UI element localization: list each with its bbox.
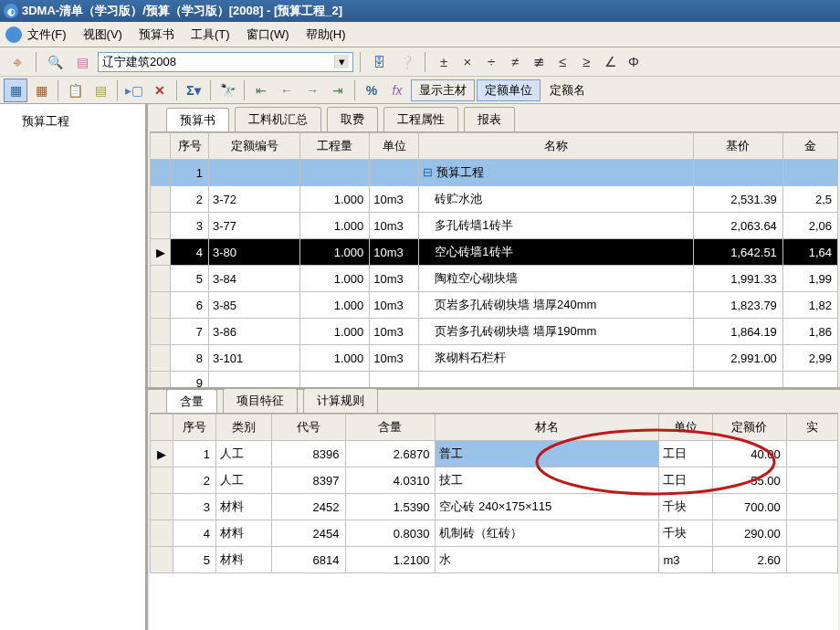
menu-view[interactable]: 视图(V) [83, 26, 122, 43]
menu-help[interactable]: 帮助(H) [306, 26, 346, 43]
titlebar: ◐ 3DMA-清单（学习版）/预算（学习版）[2008] - [预算工程_2] [0, 0, 840, 22]
col2-seq[interactable]: 序号 [173, 415, 215, 441]
math-op[interactable]: ≠ [503, 50, 527, 74]
col-amount[interactable]: 金 [782, 133, 837, 160]
math-op[interactable]: Φ [622, 50, 646, 74]
tree-root-label: 预算工程 [22, 114, 69, 128]
sigma-icon[interactable]: Σ▾ [182, 79, 205, 102]
zoom-icon[interactable]: 🔍 [43, 50, 67, 74]
table-row[interactable]: 33-771.00010m3 多孔砖墙1砖半2,063.642,06 [151, 213, 838, 239]
next-icon[interactable]: → [300, 79, 324, 102]
sub-tab[interactable]: 项目特征 [223, 388, 298, 413]
show-main-button[interactable]: 显示主材 [411, 79, 475, 101]
norm-combo[interactable]: 辽宁建筑2008 ▾ [98, 52, 353, 72]
math-op[interactable]: ÷ [479, 50, 503, 74]
view1-icon[interactable]: ▦ [4, 79, 27, 102]
col2-name[interactable]: 材名 [436, 415, 659, 441]
table-row[interactable]: 2人工83974.0310技工工日55.00 [151, 467, 838, 494]
col2-unit[interactable]: 单位 [659, 415, 712, 441]
math-op[interactable]: ≥ [574, 50, 598, 74]
table-row[interactable]: 63-851.00010m3 页岩多孔砖砌块墙 墙厚240mm1,823.791… [151, 292, 838, 319]
col2-cat[interactable]: 类别 [215, 415, 271, 441]
toolbar-main: ⎆ 🔍 ▤ 辽宁建筑2008 ▾ 🗄 ❔ ±×÷≠≢≤≥∠Φ [0, 47, 840, 77]
col-qty[interactable]: 工程量 [300, 133, 370, 160]
main-tabs: 预算书工料机汇总取费工程属性报表 [148, 104, 840, 131]
math-op[interactable]: ± [432, 50, 456, 74]
col2-qty[interactable]: 含量 [345, 415, 436, 441]
table-row[interactable]: 1⊟ 预算工程 [151, 160, 838, 186]
col2-code[interactable]: 代号 [271, 415, 345, 441]
col2-rowhdr [151, 415, 173, 441]
find-icon[interactable]: 🔭 [215, 79, 239, 102]
doc-icon[interactable]: ▤ [70, 50, 94, 74]
sheet-icon[interactable]: ▤ [89, 79, 112, 102]
col-base[interactable]: 基价 [693, 133, 782, 160]
main-grid-wrap: 序号 定额编号 工程量 单位 名称 基价 金 1⊟ 预算工程23-721.000… [150, 131, 838, 387]
tree-root[interactable]: 预算工程 [4, 111, 142, 131]
table-row[interactable]: 3材料24521.5390空心砖 240×175×115千块700.00 [151, 494, 838, 520]
math-operators: ±×÷≠≢≤≥∠Φ [432, 50, 646, 74]
main-tab[interactable]: 预算书 [166, 108, 229, 132]
fx-icon[interactable]: fx [385, 79, 409, 102]
delete-icon[interactable]: ✕ [148, 79, 172, 102]
first-icon[interactable]: ⇤ [249, 79, 273, 102]
math-op[interactable]: ≢ [527, 50, 551, 74]
sub-grid[interactable]: 序号 类别 代号 含量 材名 单位 定额价 实 ▶1人工83962.6870普工… [150, 414, 838, 573]
table-row[interactable]: ▶43-801.00010m3 空心砖墙1砖半1,642.511,64 [151, 239, 838, 266]
app-icon: ◐ [4, 4, 18, 18]
math-op[interactable]: × [456, 50, 479, 74]
col-rowhdr [151, 133, 171, 160]
insert-icon[interactable]: ▸▢ [122, 79, 146, 102]
sub-tab[interactable]: 计算规则 [303, 388, 378, 413]
sidebar: 预算工程 [0, 104, 148, 630]
math-op[interactable]: ∠ [598, 50, 622, 74]
col-unit[interactable]: 单位 [370, 133, 419, 160]
main-tab[interactable]: 报表 [464, 107, 515, 131]
col2-actual[interactable]: 实 [786, 415, 837, 441]
view2-icon[interactable]: ▦ [29, 79, 53, 102]
last-icon[interactable]: ⇥ [326, 79, 350, 102]
table-row[interactable]: 9 [151, 372, 838, 388]
toolbar-secondary: ▦ ▦ 📋 ▤ ▸▢ ✕ Σ▾ 🔭 ⇤ ← → ⇥ % fx 显示主材 定额单位… [0, 77, 840, 104]
combo-value: 辽宁建筑2008 [102, 54, 334, 70]
percent-icon[interactable]: % [360, 79, 383, 102]
db-icon[interactable]: 🗄 [367, 50, 391, 74]
table-row[interactable]: ▶1人工83962.6870普工工日40.00 [151, 441, 838, 467]
menu-file[interactable]: 文件(F) [27, 26, 67, 43]
menu-icon [5, 26, 22, 43]
exit-icon[interactable]: ⎆ [5, 50, 29, 74]
menu-window[interactable]: 窗口(W) [247, 26, 289, 43]
table-row[interactable]: 53-841.00010m3 陶粒空心砌块墙1,991.331,99 [151, 266, 838, 292]
menubar: 文件(F) 视图(V) 预算书 工具(T) 窗口(W) 帮助(H) [0, 22, 840, 47]
table-row[interactable]: 4材料24540.8030机制砖（红砖）千块290.00 [151, 520, 838, 547]
chevron-down-icon[interactable]: ▾ [334, 55, 349, 68]
tree-icon[interactable]: 📋 [63, 79, 87, 102]
table-row[interactable]: 5材料68141.2100水m32.60 [151, 547, 838, 573]
main-grid[interactable]: 序号 定额编号 工程量 单位 名称 基价 金 1⊟ 预算工程23-721.000… [150, 132, 838, 387]
main-tab[interactable]: 工程属性 [383, 107, 458, 131]
help-icon[interactable]: ❔ [394, 50, 418, 74]
norm-unit-button[interactable]: 定额单位 [477, 79, 541, 101]
sub-tabs: 含量项目特征计算规则 [148, 387, 840, 413]
sub-grid-wrap: 序号 类别 代号 含量 材名 单位 定额价 实 ▶1人工83962.6870普工… [150, 413, 838, 630]
table-row[interactable]: 23-721.00010m3 砖贮水池2,531.392,5 [151, 186, 838, 213]
col-code[interactable]: 定额编号 [209, 133, 300, 160]
prev-icon[interactable]: ← [275, 79, 299, 102]
main-tab[interactable]: 工料机汇总 [235, 107, 321, 131]
col-seq[interactable]: 序号 [171, 133, 209, 160]
col-name[interactable]: 名称 [419, 133, 693, 160]
norm-name-button[interactable]: 定额名 [542, 79, 593, 101]
window-title: 3DMA-清单（学习版）/预算（学习版）[2008] - [预算工程_2] [22, 3, 342, 19]
main-tab[interactable]: 取费 [327, 107, 378, 131]
col2-price[interactable]: 定额价 [712, 415, 786, 441]
menu-tool[interactable]: 工具(T) [191, 26, 230, 43]
math-op[interactable]: ≤ [551, 50, 574, 74]
sub-tab[interactable]: 含量 [166, 389, 217, 414]
table-row[interactable]: 83-1011.00010m3 浆砌料石栏杆2,991.002,99 [151, 345, 838, 372]
menu-budget[interactable]: 预算书 [139, 26, 174, 43]
table-row[interactable]: 73-861.00010m3 页岩多孔砖砌块墙 墙厚190mm1,864.191… [151, 319, 838, 345]
